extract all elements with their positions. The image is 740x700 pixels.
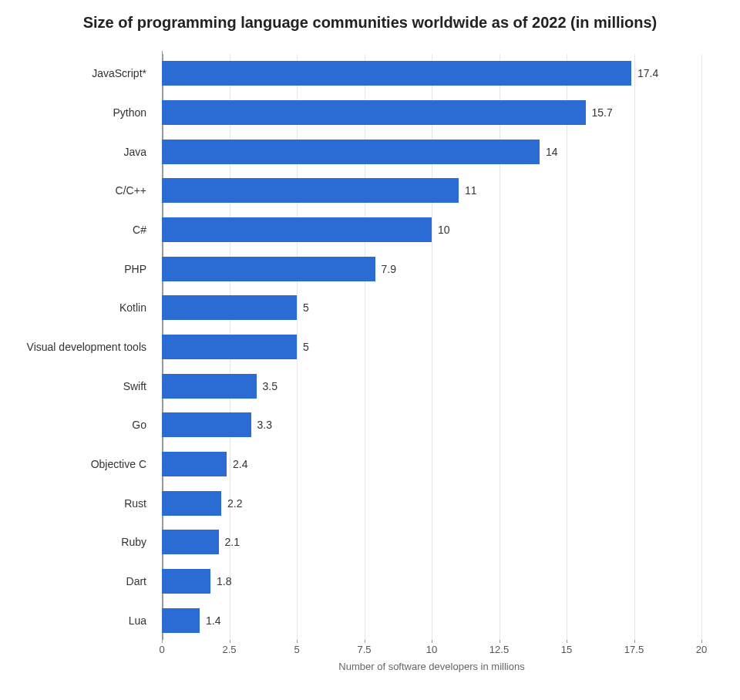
y-category-label: Rust (23, 497, 154, 510)
bar (162, 530, 219, 554)
x-axis-label: Number of software developers in million… (162, 661, 701, 672)
bar-value-label: 3.3 (257, 419, 272, 431)
bar (162, 374, 257, 399)
y-category-label: Python (23, 106, 154, 119)
bar-row: 1.8 (162, 562, 701, 601)
bar (162, 61, 631, 86)
bar-row: 5 (162, 288, 701, 328)
bar (162, 257, 375, 281)
x-tick-label: 20 (696, 644, 707, 655)
x-tick-label: 0 (159, 644, 164, 655)
bar (162, 412, 251, 437)
bar-value-label: 1.8 (217, 575, 231, 587)
bar-row: 2.2 (162, 483, 701, 523)
chart-title: Size of programming language communities… (0, 0, 740, 32)
bar-value-label: 2.4 (233, 458, 247, 470)
y-category-label: Java (23, 146, 154, 158)
bar-value-label: 17.4 (637, 67, 658, 79)
x-tick-label: 5 (294, 644, 299, 655)
bar-row: 1.4 (162, 601, 701, 640)
bar-value-label: 10 (438, 224, 450, 236)
bar-value-label: 2.1 (225, 536, 240, 548)
y-category-label: Lua (23, 614, 154, 627)
bar (162, 452, 227, 476)
bar-value-label: 7.9 (382, 263, 396, 275)
y-category-label: C# (23, 224, 154, 236)
y-category-label: C/C++ (23, 184, 154, 197)
x-tick-label: 10 (426, 644, 437, 655)
y-category-label: Ruby (23, 536, 154, 548)
plot-area: 02.557.51012.51517.52017.415.71411107.95… (162, 54, 701, 640)
chart-container: 02.557.51012.51517.52017.415.71411107.95… (23, 46, 717, 678)
bar (162, 569, 210, 594)
bar-value-label: 1.4 (206, 614, 220, 627)
x-tick-label: 17.5 (624, 644, 644, 655)
bar (162, 335, 297, 359)
y-category-label: PHP (23, 263, 154, 275)
y-category-label: Objective C (23, 458, 154, 470)
bar-row: 3.3 (162, 406, 701, 445)
bar (162, 491, 221, 516)
bar-row: 5 (162, 328, 701, 367)
bar-value-label: 11 (465, 184, 477, 197)
y-category-label: Go (23, 419, 154, 431)
bar-value-label: 15.7 (592, 106, 613, 119)
bar-row: 3.5 (162, 366, 701, 406)
bar-value-label: 5 (303, 341, 309, 353)
x-tick-label: 2.5 (222, 644, 236, 655)
bar-value-label: 2.2 (227, 497, 242, 510)
y-category-label: Dart (23, 575, 154, 587)
bar (162, 100, 586, 125)
bar (162, 217, 432, 242)
bar-row: 10 (162, 210, 701, 250)
gridline (701, 54, 702, 640)
bar-row: 2.4 (162, 445, 701, 484)
bar-row: 17.4 (162, 54, 701, 93)
x-tick-label: 7.5 (357, 644, 371, 655)
bar-value-label: 3.5 (263, 380, 278, 392)
y-category-label: Kotlin (23, 301, 154, 314)
bar (162, 295, 297, 320)
y-category-label: Visual development tools (23, 341, 154, 353)
bar-row: 7.9 (162, 249, 701, 288)
bar-value-label: 5 (303, 301, 309, 314)
bar (162, 178, 459, 203)
bar (162, 608, 200, 633)
y-category-label: Swift (23, 380, 154, 392)
bar-row: 14 (162, 132, 701, 171)
bar-row: 2.1 (162, 523, 701, 562)
y-category-label: JavaScript* (23, 67, 154, 79)
bar-row: 11 (162, 171, 701, 210)
bar (162, 140, 540, 164)
bar-row: 15.7 (162, 93, 701, 133)
x-tick-label: 15 (561, 644, 572, 655)
bar-value-label: 14 (546, 146, 558, 158)
x-tick-label: 12.5 (489, 644, 509, 655)
